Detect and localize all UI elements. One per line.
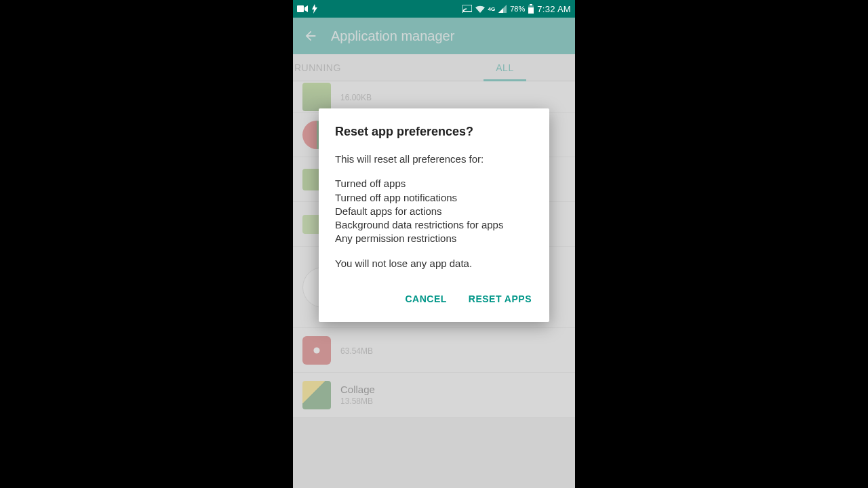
video-icon [297,5,308,12]
dialog-title: Reset app preferences? [335,125,533,139]
dialog-body: This will reset all preferences for: Tur… [335,152,533,270]
dialog-actions: CANCEL RESET APPS [335,288,533,314]
cancel-button[interactable]: CANCEL [403,288,448,310]
dialog-bullet: Turned off apps [335,177,533,190]
battery-percent: 78% [510,5,525,13]
signal-icon [498,5,507,13]
dialog-bullet: Any permission restrictions [335,232,533,245]
reset-preferences-dialog: Reset app preferences? This will reset a… [319,108,549,322]
dialog-bullet: Default apps for actions [335,205,533,218]
bolt-icon [312,4,317,14]
dialog-bullet: Background data restrictions for apps [335,218,533,232]
svg-rect-0 [297,5,304,12]
wifi-icon [475,5,485,13]
svg-rect-2 [530,4,532,5]
cast-icon [462,5,472,13]
reset-apps-button[interactable]: RESET APPS [467,288,533,310]
status-bar: 4G 78% 7:32 AM [293,0,575,18]
dialog-bullet: Turned off app notifications [335,191,533,205]
dialog-intro-text: This will reset all preferences for: [335,152,533,166]
svg-rect-4 [528,7,534,14]
phone-frame: 4G 78% 7:32 AM Application manager RUNNI… [293,0,575,488]
network-4g-icon: 4G [488,6,496,12]
clock-text: 7:32 AM [537,4,571,14]
dialog-footer-text: You will not lose any app data. [335,257,533,270]
battery-icon [528,4,534,14]
